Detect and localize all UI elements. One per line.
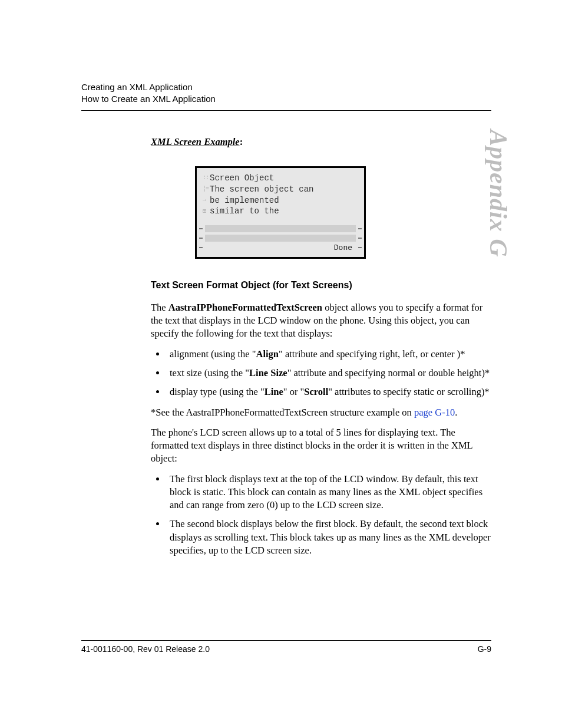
softkey-dash-icon: [199, 238, 203, 239]
lcd-softkeys: Done: [197, 225, 364, 251]
header-rule: [81, 110, 491, 111]
page-header: Creating an XML Application How to Creat…: [81, 81, 491, 106]
softkey-dash-icon: [358, 238, 362, 239]
lcd-tick-icon: →: [203, 196, 210, 205]
lcd-line: →be implemented: [197, 195, 364, 206]
side-tab-appendix: Appendix G: [484, 130, 513, 258]
softkey-row: Done: [197, 244, 364, 251]
header-line-1: Creating an XML Application: [81, 81, 491, 93]
softkey-dash-icon: [199, 247, 203, 248]
softkey-dash-icon: [358, 247, 362, 248]
example-colon: :: [240, 136, 243, 147]
lcd-screen: ::Screen Object ¦=The screen object can …: [195, 166, 366, 259]
bullet-list: alignment (using the "Align" attribute a…: [151, 348, 491, 399]
softkey-bar: [205, 235, 356, 242]
softkey-bar: [205, 225, 356, 232]
softkey-row: [197, 235, 364, 242]
footer-rule: [81, 640, 491, 641]
softkey-dash-icon: [199, 228, 203, 229]
lcd-line: ::Screen Object: [197, 173, 364, 184]
list-item: text size (using the "Line Size" attribu…: [166, 367, 491, 380]
bullet-list: The first block displays text at the top…: [151, 473, 491, 558]
example-heading: XML Screen Example:: [151, 136, 491, 149]
lcd-tick-icon: ::: [203, 174, 210, 182]
lcd-screenshot: ::Screen Object ¦=The screen object can …: [195, 166, 491, 259]
list-item: alignment (using the "Align" attribute a…: [166, 348, 491, 361]
list-item: The first block displays text at the top…: [166, 473, 491, 512]
example-title: XML Screen Example: [151, 136, 240, 147]
footer-left: 41-001160-00, Rev 01 Release 2.0: [81, 644, 210, 654]
section-heading: Text Screen Format Object (for Text Scre…: [151, 279, 491, 292]
list-item: display type (using the "Line" or "Scrol…: [166, 386, 491, 398]
paragraph: The AastraIPPhoneFormattedTextScreen obj…: [151, 301, 491, 341]
lcd-line: ¦=The screen object can: [197, 184, 364, 195]
header-line-2: How to Create an XML Application: [81, 93, 491, 105]
softkey-dash-icon: [358, 228, 362, 229]
list-item: The second block displays below the firs…: [166, 518, 491, 557]
softkey-done: Done: [205, 244, 356, 251]
footnote: *See the AastraIPPhoneFormattedTextScree…: [151, 406, 491, 419]
lcd-line: ⊞similar to the: [197, 206, 364, 217]
lcd-tick-icon: ⊞: [203, 207, 210, 216]
footer-right: G-9: [478, 644, 491, 654]
lcd-tick-icon: ¦=: [203, 185, 210, 193]
page-content: XML Screen Example: ::Screen Object ¦=Th…: [151, 136, 491, 558]
paragraph: The phone's LCD screen allows up to a to…: [151, 426, 491, 466]
page-link[interactable]: page G-10: [414, 407, 455, 418]
page-footer: 41-001160-00, Rev 01 Release 2.0 G-9: [81, 640, 491, 654]
softkey-row: [197, 225, 364, 232]
